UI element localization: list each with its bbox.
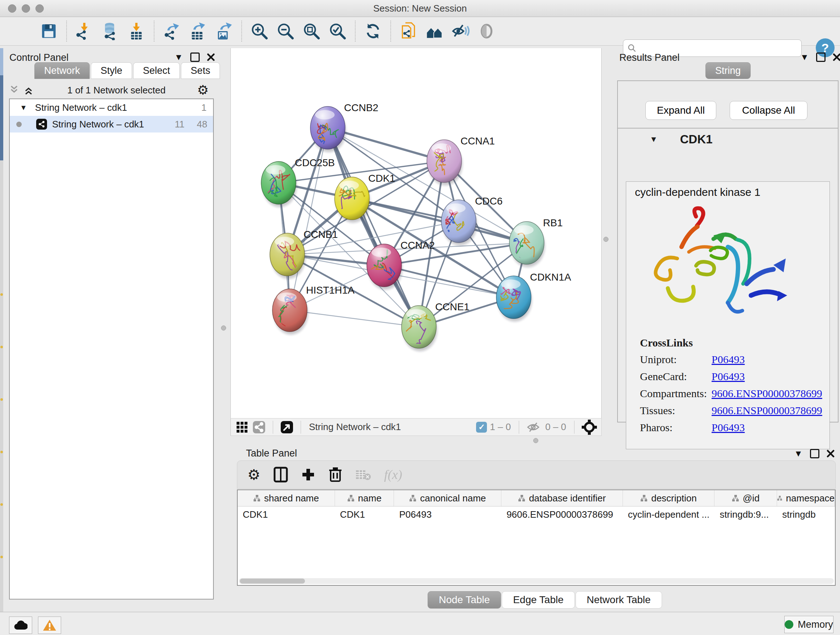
network-canvas[interactable]: CCNB2CCNA1CDC25BCDK1CDC6RB1CCNB1CCNA2CDK… [231,48,602,418]
results-panel-menu-icon[interactable]: ▼ [800,53,809,62]
refresh-view-button[interactable] [363,21,384,42]
network-node-ccna1[interactable] [427,140,462,182]
delete-column-icon[interactable] [328,467,342,483]
crosslink-link[interactable]: P06493 [712,371,745,382]
expander-icon[interactable]: ▼ [20,103,27,112]
warnings-button[interactable] [38,616,61,634]
birds-eye-crosshair-icon[interactable] [582,420,597,435]
column-header-description[interactable]: description [623,490,715,506]
node-label-cdk1: CDK1 [368,173,395,184]
left-divider-grip[interactable] [221,325,226,331]
cloud-status-button[interactable] [9,616,32,634]
save-session-button[interactable] [38,21,59,42]
cell-namespace[interactable]: stringdb [777,507,835,523]
edge-count: 48 [197,119,207,130]
new-network-from-selection-button[interactable] [398,21,419,42]
cell-name[interactable]: CDK1 [335,507,394,523]
zoom-out-button[interactable] [275,21,296,42]
expand-all-button[interactable]: Expand All [645,101,716,120]
network-node-hist1h1a[interactable] [272,289,307,332]
network-node-ccnb2[interactable] [310,106,345,150]
column-header-canonical-name[interactable]: canonical name [394,490,501,506]
column-header-shared-name[interactable]: shared name [238,490,335,506]
expand-all-networks-icon[interactable] [24,85,36,96]
tab-select[interactable]: Select [133,62,180,79]
network-graph[interactable]: CCNB2CCNA1CDC25BCDK1CDC6RB1CCNB1CCNA2CDK… [231,48,602,418]
network-node-rb1[interactable] [504,222,544,271]
hide-selected-button[interactable] [450,21,471,42]
import-network-file-button[interactable] [74,21,95,42]
import-network-database-button[interactable] [100,21,121,42]
crosslink-link[interactable]: P06493 [712,421,745,433]
results-panel-close-icon[interactable] [833,53,840,61]
open-in-new-window-icon[interactable] [280,421,294,434]
tab-style[interactable]: Style [91,62,132,79]
cell-canonical-name[interactable]: P06493 [394,507,501,523]
export-network-button[interactable] [161,21,182,42]
add-column-icon[interactable] [301,467,316,482]
network-row-selected[interactable]: String Network – cdk1 11 48 [10,116,213,133]
show-columns-icon[interactable] [273,467,288,483]
zoom-in-button[interactable] [249,21,270,42]
results-panel-float-icon[interactable] [816,52,826,62]
grid-view-icon[interactable] [236,421,248,433]
table-panel-float-icon[interactable] [810,449,819,458]
node-label-ccnb1: CCNB1 [303,229,338,240]
control-panel-float-icon[interactable] [190,52,200,62]
column-header-name[interactable]: name [335,490,394,506]
network-node-cdc25b[interactable] [256,162,296,204]
column-header-database-identifier[interactable]: database identifier [501,490,623,506]
network-collection-row[interactable]: ▼ String Network – cdk1 1 [10,99,213,116]
crosslink-link[interactable]: 9606.ENSP00000378699 [712,387,822,399]
gene-section-header[interactable]: ▼ CDK1 [618,128,838,150]
table-panel-close-icon[interactable] [827,450,835,458]
network-node-cdc6[interactable] [439,200,476,242]
network-node-cdkn1a[interactable] [494,276,531,318]
table-hscrollbar-thumb[interactable] [240,578,305,584]
control-panel-close-icon[interactable] [207,53,215,61]
crosslink-link[interactable]: P06493 [712,353,745,365]
horizontal-divider-grip[interactable] [533,438,538,443]
column-header-namespace[interactable]: namespace [777,490,835,506]
table-panel-menu-icon[interactable]: ▼ [794,449,803,458]
collapse-all-button[interactable]: Collapse All [729,101,807,120]
cell-database-identifier[interactable]: 9606.ENSP00000378699 [501,507,623,523]
crosslink-link[interactable]: 9606.ENSP00000378699 [712,404,822,416]
cell--id[interactable]: stringdb:9... [714,507,777,523]
tab-node-table[interactable]: Node Table [428,591,501,608]
tab-network[interactable]: Network [34,62,90,79]
crosslink-row: Tissues:9606.ENSP00000378699 [640,404,822,421]
tab-sets[interactable]: Sets [181,62,220,79]
show-all-button[interactable] [476,21,497,42]
hidden-eye-icon[interactable] [526,421,540,433]
import-table-file-button[interactable] [126,21,147,42]
string-style-badge-icon[interactable] [253,421,265,434]
tab-string[interactable]: String [706,62,751,79]
column-header--id[interactable]: @id [714,490,777,506]
tab-edge-table[interactable]: Edge Table [502,591,575,608]
crosslinks-title: CrossLinks [640,337,822,349]
export-table-button[interactable] [187,21,208,42]
right-divider-grip[interactable] [603,237,608,242]
memory-button[interactable]: Memory [784,616,834,633]
network-node-ccne1[interactable] [401,306,436,348]
cell-shared-name[interactable]: CDK1 [238,507,335,523]
collapse-all-networks-icon[interactable] [9,85,21,96]
zoom-fit-button[interactable] [301,21,322,42]
control-panel-menu-icon[interactable]: ▼ [174,53,183,62]
cell-description[interactable]: cyclin-dependent ... [623,507,715,523]
gene-expander-icon[interactable]: ▼ [650,135,658,144]
table-settings-gear-icon[interactable]: ⚙ [248,466,261,483]
tab-network-table[interactable]: Network Table [576,591,662,608]
network-options-gear-icon[interactable]: ⚙ [197,84,209,97]
network-view-footer: String Network – cdk1 ✓ 1 – 0 0 – 0 [231,418,602,436]
toolbar-separator [66,21,67,42]
import-table-icon [127,22,145,40]
selected-count-checkbox[interactable]: ✓ [476,422,487,432]
open-session-button[interactable] [12,21,33,42]
export-image-button[interactable] [213,21,234,42]
hidden-count: 0 – 0 [545,421,566,432]
node-table-row[interactable]: CDK1CDK1P064939606.ENSP00000378699cyclin… [238,507,835,523]
zoom-selected-button[interactable] [327,21,348,42]
first-neighbors-button[interactable] [424,21,445,42]
